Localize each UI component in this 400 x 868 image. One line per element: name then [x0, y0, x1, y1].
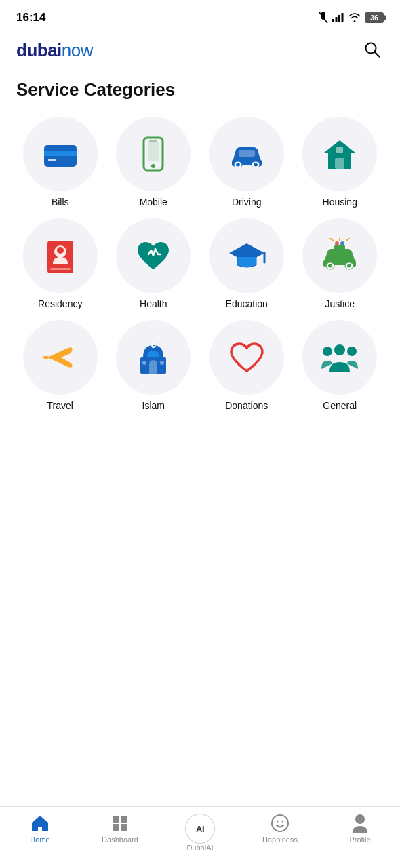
- islam-circle: [116, 320, 191, 395]
- svg-point-24: [57, 247, 64, 254]
- signal-icon: [332, 13, 344, 22]
- svg-rect-1: [332, 19, 334, 22]
- svg-point-17: [254, 163, 258, 167]
- donations-icon: [228, 341, 265, 374]
- svg-rect-38: [43, 356, 49, 359]
- bottom-nav: Home Dashboard AI DubaiAI Happi: [0, 806, 400, 868]
- mobile-label: Mobile: [140, 197, 167, 208]
- svg-rect-8: [44, 151, 77, 156]
- category-residency[interactable]: Residency: [16, 218, 104, 309]
- app-logo: dubainow: [16, 40, 93, 61]
- svg-rect-9: [48, 159, 56, 161]
- status-bar: 16:14 36: [0, 0, 400, 33]
- mobile-icon: [142, 136, 164, 172]
- svg-line-6: [375, 52, 380, 58]
- category-general[interactable]: General: [296, 320, 384, 411]
- svg-line-35: [330, 238, 333, 241]
- svg-point-43: [347, 347, 357, 356]
- nav-happiness[interactable]: Happiness: [253, 814, 307, 844]
- bills-circle: [23, 117, 98, 191]
- islam-icon: [136, 340, 170, 375]
- general-circle: [302, 320, 377, 395]
- bills-icon: [43, 141, 78, 167]
- svg-rect-25: [50, 268, 71, 270]
- donations-circle: [209, 320, 284, 395]
- driving-icon: [228, 140, 266, 167]
- wifi-icon: [348, 13, 361, 22]
- dubaiAI-nav-label: DubaiAI: [186, 844, 213, 852]
- category-donations[interactable]: Donations: [203, 320, 291, 411]
- home-nav-icon-wrap: [31, 814, 49, 833]
- search-icon: [363, 41, 381, 58]
- search-button[interactable]: [361, 38, 384, 63]
- category-education[interactable]: Education: [203, 218, 291, 309]
- category-mobile[interactable]: Mobile: [110, 117, 198, 208]
- svg-point-29: [328, 264, 332, 268]
- happiness-nav-label: Happiness: [262, 835, 298, 844]
- category-driving[interactable]: Driving: [203, 117, 291, 208]
- logo-dubai: dubai: [16, 40, 62, 60]
- dubaiAI-label-inner: AI: [196, 824, 204, 834]
- profile-nav-icon: [351, 814, 369, 833]
- happiness-nav-icon: [271, 814, 289, 833]
- svg-rect-21: [336, 147, 343, 153]
- svg-point-51: [277, 821, 279, 823]
- svg-rect-13: [149, 140, 157, 142]
- residency-icon: [46, 238, 75, 273]
- nav-dubaiAI[interactable]: AI DubaiAI: [173, 814, 227, 852]
- justice-circle: [302, 218, 377, 293]
- justice-icon: [321, 238, 359, 273]
- svg-marker-45: [32, 816, 48, 831]
- categories-grid: Bills Mobile: [16, 117, 384, 411]
- housing-circle: [302, 117, 377, 191]
- happiness-nav-icon-wrap: [271, 814, 289, 833]
- driving-circle: [209, 117, 284, 191]
- main-content: Service Categories Bills: [0, 74, 400, 492]
- svg-rect-11: [148, 142, 159, 161]
- profile-nav-label: Profile: [349, 835, 370, 844]
- section-title: Service Categories: [16, 79, 384, 100]
- svg-rect-48: [113, 824, 119, 831]
- status-time: 16:14: [16, 11, 45, 24]
- category-justice[interactable]: Justice: [296, 218, 384, 309]
- svg-rect-20: [335, 158, 344, 169]
- svg-rect-47: [121, 816, 127, 823]
- category-travel[interactable]: Travel: [16, 320, 104, 411]
- svg-point-50: [272, 815, 288, 831]
- dashboard-nav-label: Dashboard: [102, 835, 138, 844]
- housing-icon: [323, 138, 357, 170]
- dashboard-nav-icon: [111, 814, 129, 832]
- nav-dashboard[interactable]: Dashboard: [93, 814, 147, 844]
- dashboard-nav-icon-wrap: [111, 814, 129, 833]
- category-housing[interactable]: Housing: [296, 117, 384, 208]
- driving-label: Driving: [232, 197, 262, 208]
- svg-line-36: [346, 238, 349, 241]
- svg-rect-18: [239, 150, 255, 157]
- dubaiAI-circle: AI: [185, 814, 215, 844]
- svg-point-40: [142, 361, 146, 365]
- education-circle: [209, 218, 284, 293]
- housing-label: Housing: [323, 197, 357, 208]
- svg-point-42: [323, 347, 332, 356]
- svg-rect-3: [338, 15, 340, 22]
- svg-point-33: [335, 241, 339, 245]
- general-icon: [320, 343, 359, 372]
- nav-profile[interactable]: Profile: [333, 814, 387, 844]
- svg-rect-49: [121, 824, 127, 831]
- category-health[interactable]: Health: [110, 218, 198, 309]
- home-nav-label: Home: [30, 835, 49, 844]
- health-label: Health: [140, 298, 167, 309]
- travel-icon: [41, 342, 80, 372]
- nav-home[interactable]: Home: [13, 814, 67, 844]
- logo-now: now: [62, 40, 93, 60]
- mute-icon: [319, 12, 328, 24]
- category-bills[interactable]: Bills: [16, 117, 104, 208]
- category-islam[interactable]: Islam: [110, 320, 198, 411]
- islam-label: Islam: [142, 400, 165, 411]
- battery-indicator: 36: [365, 12, 384, 23]
- donations-label: Donations: [225, 400, 268, 411]
- education-icon: [228, 241, 266, 271]
- residency-circle: [23, 218, 98, 293]
- svg-point-44: [334, 344, 345, 355]
- general-label: General: [323, 400, 357, 411]
